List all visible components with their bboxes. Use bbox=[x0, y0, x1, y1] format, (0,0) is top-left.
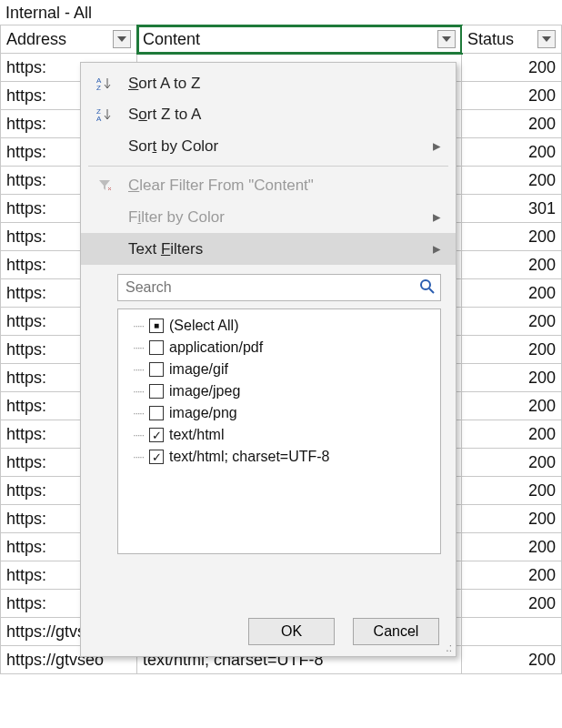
chevron-right-icon: ▸ bbox=[433, 207, 441, 227]
filter-dropdown-button[interactable] bbox=[437, 30, 456, 48]
checkbox[interactable] bbox=[149, 340, 164, 355]
menu-sort-color[interactable]: Sort by Color ▸ bbox=[81, 130, 456, 162]
cell-status[interactable]: 200 bbox=[462, 561, 562, 590]
cell-status[interactable]: 200 bbox=[462, 167, 562, 195]
filter-option[interactable]: ·····image/gif bbox=[125, 359, 433, 380]
filter-values-tree[interactable]: ·····(Select All)·····application/pdf···… bbox=[117, 308, 441, 554]
filter-option[interactable]: ·····(Select All) bbox=[125, 315, 433, 337]
filter-option-label: image/gif bbox=[169, 361, 228, 378]
search-icon[interactable] bbox=[419, 278, 436, 298]
cell-status[interactable]: 200 bbox=[462, 505, 562, 533]
menu-label: Text Filters bbox=[128, 240, 420, 258]
cell-status[interactable]: 200 bbox=[462, 392, 562, 420]
cell-status[interactable]: 200 bbox=[462, 477, 562, 505]
menu-filter-color: Filter by Color ▸ bbox=[81, 201, 456, 233]
cell-status[interactable]: 200 bbox=[462, 449, 562, 477]
sort-az-icon: AZ bbox=[94, 76, 115, 92]
cell-status[interactable]: 200 bbox=[462, 420, 562, 449]
menu-label: Sort by Color bbox=[128, 137, 420, 156]
chevron-right-icon: ▸ bbox=[433, 136, 441, 156]
filter-dropdown-button[interactable] bbox=[537, 30, 556, 48]
cell-status[interactable]: 200 bbox=[462, 279, 562, 308]
svg-text:Z: Z bbox=[96, 84, 101, 92]
cell-status[interactable]: 200 bbox=[462, 54, 562, 82]
filter-option-label: application/pdf bbox=[169, 339, 263, 356]
filter-option[interactable]: ·····text/html bbox=[125, 424, 433, 446]
filter-option-label: text/html bbox=[169, 427, 224, 443]
cell-status[interactable]: 301 bbox=[462, 195, 562, 223]
sort-za-icon: ZA bbox=[94, 106, 115, 123]
filter-option[interactable]: ·····image/jpeg bbox=[125, 380, 433, 402]
checkbox[interactable] bbox=[149, 362, 164, 377]
filter-option-label: image/png bbox=[169, 405, 237, 421]
filter-option-label: text/html; charset=UTF-8 bbox=[169, 449, 330, 465]
cell-status[interactable]: 200 bbox=[462, 82, 562, 110]
sheet-title: Internal - All bbox=[0, 0, 562, 25]
checkbox[interactable] bbox=[149, 384, 164, 399]
ok-button[interactable]: OK bbox=[248, 618, 335, 645]
cell-status[interactable]: 200 bbox=[462, 590, 562, 618]
cell-status[interactable]: 200 bbox=[462, 223, 562, 251]
svg-point-4 bbox=[421, 280, 430, 289]
filter-option[interactable]: ·····text/html; charset=UTF-8 bbox=[125, 446, 433, 468]
menu-label: Sort A to Z bbox=[128, 75, 441, 93]
svg-text:A: A bbox=[96, 115, 102, 123]
filter-option-label: (Select All) bbox=[169, 318, 238, 334]
filter-option-label: image/jpeg bbox=[169, 383, 240, 399]
cell-status[interactable]: 200 bbox=[462, 364, 562, 392]
cancel-button[interactable]: Cancel bbox=[353, 618, 439, 645]
menu-label: Filter by Color bbox=[128, 208, 420, 227]
autofilter-panel: AZ Sort A to Z ZA Sort Z to A Sort by Co… bbox=[80, 62, 457, 657]
filter-option[interactable]: ·····application/pdf bbox=[125, 337, 433, 359]
menu-label: Clear Filter From "Content" bbox=[128, 177, 441, 195]
cell-status[interactable]: 200 bbox=[462, 110, 562, 138]
cell-status[interactable]: 200 bbox=[462, 336, 562, 364]
filter-dropdown-button[interactable] bbox=[113, 30, 131, 48]
menu-clear-filter: Clear Filter From "Content" bbox=[81, 170, 456, 201]
separator bbox=[88, 166, 448, 167]
column-label: Address bbox=[6, 30, 66, 49]
column-header-content[interactable]: Content bbox=[137, 25, 462, 54]
menu-sort-za[interactable]: ZA Sort Z to A bbox=[81, 99, 456, 130]
funnel-clear-icon bbox=[94, 178, 115, 193]
cell-status[interactable]: 200 bbox=[462, 308, 562, 336]
filter-search-input[interactable] bbox=[117, 274, 441, 301]
checkbox[interactable] bbox=[149, 406, 164, 420]
cell-status[interactable] bbox=[462, 618, 562, 646]
filter-option[interactable]: ·····image/png bbox=[125, 402, 433, 424]
checkbox[interactable] bbox=[149, 450, 164, 464]
cell-status[interactable]: 200 bbox=[462, 533, 562, 561]
column-header-address[interactable]: Address bbox=[1, 25, 137, 54]
checkbox[interactable] bbox=[149, 428, 164, 442]
column-label: Status bbox=[467, 30, 514, 49]
checkbox[interactable] bbox=[149, 318, 164, 333]
cell-status[interactable]: 200 bbox=[462, 251, 562, 279]
menu-text-filters[interactable]: Text Filters ▸ bbox=[81, 233, 456, 265]
menu-label: Sort Z to A bbox=[128, 106, 441, 124]
resize-grip-icon[interactable]: .: bbox=[446, 642, 452, 654]
chevron-right-icon: ▸ bbox=[433, 239, 441, 258]
column-header-status[interactable]: Status bbox=[462, 25, 562, 54]
column-label: Content bbox=[143, 30, 200, 49]
menu-sort-az[interactable]: AZ Sort A to Z bbox=[81, 68, 456, 99]
cell-status[interactable]: 200 bbox=[462, 646, 562, 674]
cell-status[interactable]: 200 bbox=[462, 138, 562, 167]
